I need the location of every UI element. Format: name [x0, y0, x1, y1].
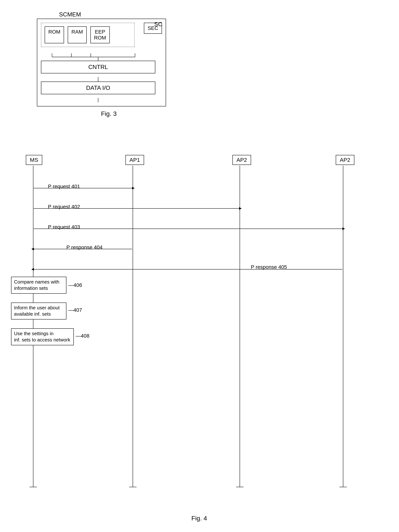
svg-marker-21 [31, 268, 34, 271]
svg-marker-17 [342, 228, 345, 230]
arrow-label-402: P request 402 [48, 204, 80, 210]
arrow-label-403: P request 403 [48, 224, 80, 230]
sc-label: SC [154, 21, 162, 28]
entity-ap2-second: AP2 [336, 155, 354, 165]
sc-outer-box: SC ROM RAM EEPROM SEC [37, 19, 166, 107]
arrow-label-401: P request 401 [48, 184, 80, 190]
cntrl-box: CNTRL [41, 61, 155, 73]
scmem-inner-box: ROM RAM EEPROM [41, 23, 135, 47]
scmem-label: SCMEM [59, 11, 181, 18]
entity-ms: MS [26, 155, 42, 165]
svg-marker-19 [31, 248, 34, 250]
action-number-407: —407 [68, 307, 82, 313]
fig4-diagram: MS AP1 AP2 AP2 [11, 155, 387, 522]
svg-marker-15 [239, 207, 242, 210]
action-box-408: Use the settings ininf. sets to access n… [11, 328, 74, 345]
entity-ap1: AP1 [126, 155, 144, 165]
action-number-406: —406 [68, 282, 82, 288]
fig4-caption: Fig. 4 [11, 515, 387, 522]
action-text-406: Compare names withinformation sets [14, 279, 59, 291]
fig3-caption: Fig. 3 [37, 110, 181, 117]
ram-box: RAM [68, 26, 87, 43]
action-box-407: Inform the user aboutavailable inf. sets [11, 303, 66, 319]
action-number-408: —408 [76, 333, 89, 339]
dataio-box: DATA I/O [41, 82, 155, 94]
svg-marker-13 [132, 187, 135, 190]
eeprom-box: EEPROM [90, 26, 110, 43]
rom-box: ROM [45, 26, 64, 43]
action-text-407: Inform the user aboutavailable inf. sets [14, 305, 60, 317]
fig3-diagram: SCMEM SC ROM RAM EEPROM SEC [37, 11, 181, 117]
sequence-diagram: MS AP1 AP2 AP2 [11, 155, 376, 509]
action-text-408: Use the settings ininf. sets to access n… [14, 331, 70, 342]
arrow-label-405: P response 405 [251, 264, 287, 270]
entity-ap2-first: AP2 [232, 155, 251, 165]
action-box-406: Compare names withinformation sets [11, 277, 66, 294]
arrow-label-404: P response 404 [66, 244, 102, 250]
